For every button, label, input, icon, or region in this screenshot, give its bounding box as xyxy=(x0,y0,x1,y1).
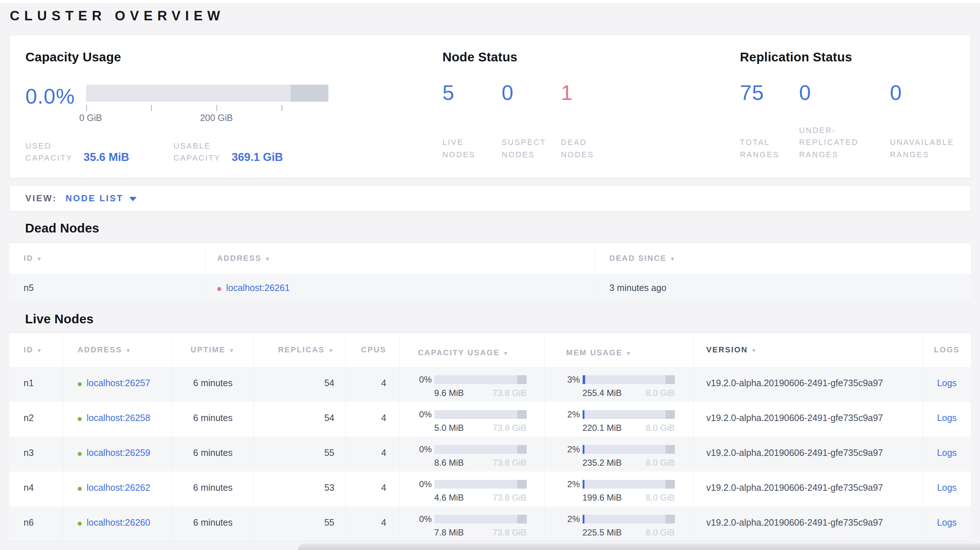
capacity-usage-section: Capacity Usage 0.0% 0 GiB 200 GiB xyxy=(25,50,442,167)
node-version: v19.2.0-alpha.20190606-2491-gfe735c9a97 xyxy=(694,472,923,506)
node-cpus: 4 xyxy=(345,367,399,402)
replication-status-heading: Replication Status xyxy=(740,50,977,64)
mem-percent: 3% xyxy=(566,375,580,385)
sort-desc-icon: ▼ xyxy=(503,350,509,356)
view-dropdown[interactable]: NODE LIST xyxy=(65,193,137,203)
logs-link[interactable]: Logs xyxy=(937,448,957,458)
node-cpus: 4 xyxy=(345,472,399,506)
live-col-replicas[interactable]: REPLICAS▼ xyxy=(253,333,345,367)
mem-total-value: 8.0 GiB xyxy=(646,423,675,433)
node-address-cell: localhost:26258 xyxy=(63,402,172,437)
node-status-section: Node Status 5 LIVE NODES 0 SUSPECT NODES… xyxy=(442,50,740,167)
node-address-link[interactable]: localhost:26260 xyxy=(87,517,150,528)
capacity-used-percent: 0.0% xyxy=(25,84,86,124)
mem-used-value: 235.2 MiB xyxy=(582,458,622,468)
live-status-icon xyxy=(78,452,82,456)
live-col-mem-usage[interactable]: MEM USAGE▼ xyxy=(544,333,694,367)
node-id: n2 xyxy=(10,402,63,437)
view-selector-bar: VIEW: NODE LIST xyxy=(10,185,971,211)
mem-percent: 2% xyxy=(566,444,580,455)
mem-total-value: 8.0 GiB xyxy=(646,528,675,538)
live-status-icon xyxy=(78,522,82,526)
suspect-nodes-label: SUSPECT NODES xyxy=(502,137,561,161)
dead-nodes-count: 1 xyxy=(561,80,620,105)
top-strip xyxy=(0,0,980,3)
mem-bar xyxy=(582,410,675,419)
total-ranges-label: TOTAL RANGES xyxy=(740,137,799,161)
usable-capacity-label: USABLE CAPACITY xyxy=(173,140,221,165)
suspect-nodes-count: 0 xyxy=(502,80,561,105)
mem-total-value: 8.0 GiB xyxy=(646,458,675,468)
sort-desc-icon: ▼ xyxy=(670,256,676,262)
bottom-shadow xyxy=(298,544,980,550)
node-logs-cell: Logs xyxy=(923,437,971,472)
capacity-total-value: 73.8 GiB xyxy=(493,458,526,468)
live-status-icon xyxy=(78,382,82,386)
mem-bar xyxy=(582,480,675,489)
under-replicated-ranges-stat: 0 UNDER- REPLICATED RANGES xyxy=(799,80,890,161)
capacity-used-value: 8.6 MiB xyxy=(434,458,464,468)
node-version: v19.2.0-alpha.20190606-2491-gfe735c9a97 xyxy=(694,437,923,472)
dead-status-icon xyxy=(217,287,221,291)
live-col-uptime[interactable]: UPTIME▼ xyxy=(172,333,253,367)
dead-col-id[interactable]: ID▼ xyxy=(10,243,205,274)
capacity-bar xyxy=(434,480,527,489)
capacity-total-value: 73.8 GiB xyxy=(493,423,526,433)
node-id: n1 xyxy=(10,367,63,402)
node-address-link[interactable]: localhost:26262 xyxy=(87,482,150,493)
node-mem-usage: 2% 225.5 MiB8.0 GiB xyxy=(544,506,694,541)
live-node-row: n6 localhost:26260 6 minutes 55 4 0% 7.8… xyxy=(10,506,971,541)
axis-label-mid: 200 GiB xyxy=(200,113,233,123)
dead-nodes-heading: Dead Nodes xyxy=(25,221,980,235)
logs-link[interactable]: Logs xyxy=(937,413,957,423)
dead-col-dead-since[interactable]: DEAD SINCE▼ xyxy=(595,243,971,274)
node-id: n3 xyxy=(10,437,63,472)
live-status-icon xyxy=(78,487,82,491)
live-col-version[interactable]: VERSION▼ xyxy=(694,333,923,367)
node-mem-usage: 2% 199.6 MiB8.0 GiB xyxy=(544,472,694,506)
mem-total-value: 8.0 GiB xyxy=(646,388,675,398)
capacity-used-value: 5.0 MiB xyxy=(434,423,464,433)
capacity-used-value: 4.6 MiB xyxy=(434,493,464,503)
logs-link[interactable]: Logs xyxy=(937,517,957,528)
capacity-total-value: 73.8 GiB xyxy=(493,493,526,503)
replication-status-section: Replication Status 75 TOTAL RANGES 0 UND… xyxy=(740,50,977,167)
node-cpus: 4 xyxy=(345,437,399,472)
node-address-link[interactable]: localhost:26257 xyxy=(87,378,150,388)
cluster-summary-card: Capacity Usage 0.0% 0 GiB 200 GiB xyxy=(10,35,971,178)
node-cpus: 4 xyxy=(345,402,399,437)
live-col-capacity-usage[interactable]: CAPACITY USAGE▼ xyxy=(399,333,544,367)
node-uptime: 6 minutes xyxy=(172,506,253,541)
sort-desc-icon: ▼ xyxy=(125,347,132,353)
used-capacity-label: USED CAPACITY xyxy=(25,140,73,165)
under-replicated-ranges-count: 0 xyxy=(799,80,890,105)
dead-nodes-label: DEAD NODES xyxy=(561,137,620,161)
node-address-cell: localhost:26259 xyxy=(63,437,172,472)
live-col-id[interactable]: ID▼ xyxy=(10,333,63,367)
mem-used-value: 199.6 MiB xyxy=(582,493,622,503)
node-replicas: 55 xyxy=(253,506,345,541)
mem-used-value: 225.5 MiB xyxy=(582,528,622,538)
node-address-link[interactable]: localhost:26259 xyxy=(87,448,150,458)
node-logs-cell: Logs xyxy=(923,506,971,541)
live-col-address[interactable]: ADDRESS▼ xyxy=(63,333,172,367)
node-address-link[interactable]: localhost:26258 xyxy=(87,413,150,423)
live-nodes-header-row: ID▼ ADDRESS▼ UPTIME▼ REPLICAS▼ CPUS CAPA… xyxy=(10,333,971,367)
node-address-link[interactable]: localhost:26261 xyxy=(226,283,290,293)
capacity-bar-reserved-segment xyxy=(291,85,328,102)
total-ranges-stat: 75 TOTAL RANGES xyxy=(740,80,799,161)
node-capacity-usage: 0% 5.0 MiB73.8 GiB xyxy=(399,402,544,437)
capacity-axis-labels: 0 GiB 200 GiB xyxy=(86,113,328,124)
dead-col-address[interactable]: ADDRESS▼ xyxy=(205,243,595,274)
live-node-row: n3 localhost:26259 6 minutes 55 4 0% 8.6… xyxy=(10,437,971,472)
capacity-bar xyxy=(434,445,527,454)
node-capacity-usage: 0% 7.8 MiB73.8 GiB xyxy=(399,506,544,541)
live-node-row: n4 localhost:26262 6 minutes 53 4 0% 4.6… xyxy=(10,472,971,506)
sort-desc-icon: ▼ xyxy=(328,347,334,353)
capacity-bar xyxy=(434,375,527,384)
logs-link[interactable]: Logs xyxy=(937,482,957,493)
live-col-logs: LOGS xyxy=(923,333,971,367)
node-version: v19.2.0-alpha.20190606-2491-gfe735c9a97 xyxy=(694,506,923,541)
node-id: n5 xyxy=(10,274,205,302)
logs-link[interactable]: Logs xyxy=(937,378,957,388)
